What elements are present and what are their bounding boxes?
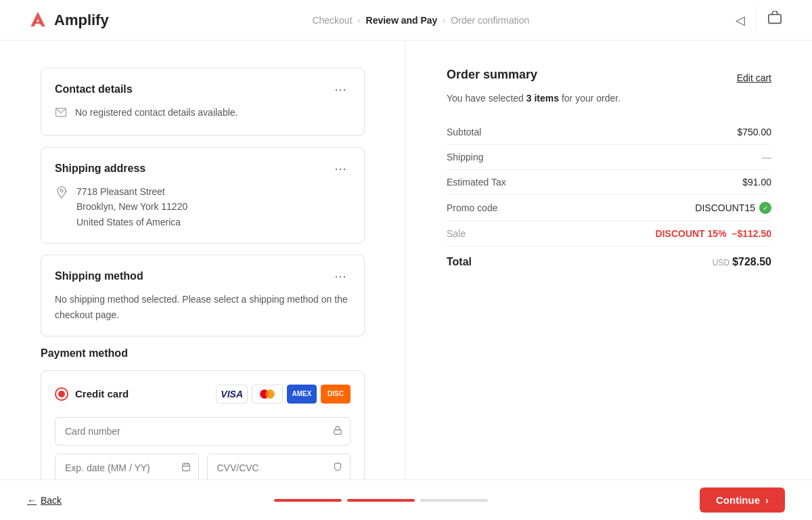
continue-arrow-icon: › xyxy=(765,494,769,506)
sale-values: DISCOUNT 15% –$112.50 xyxy=(656,228,771,239)
back-arrow-icon: ← xyxy=(27,495,37,506)
right-panel: Order summary Edit cart You have selecte… xyxy=(406,41,812,520)
visa-logo: VISA xyxy=(216,385,248,404)
shipping-address-header: Shipping address ⋯ xyxy=(55,161,351,176)
shipping-row: Shipping — xyxy=(447,145,771,170)
back-button[interactable]: ← Back xyxy=(27,495,62,506)
order-summary-title: Order summary xyxy=(447,68,537,82)
card-number-input[interactable] xyxy=(55,417,351,446)
exp-date-wrapper xyxy=(55,454,199,482)
promo-label: Promo code xyxy=(447,202,497,213)
mastercard-logo xyxy=(252,385,283,404)
sale-row: Sale DISCOUNT 15% –$112.50 xyxy=(447,221,771,246)
shield-icon xyxy=(333,462,342,473)
shipping-method-card: Shipping method ⋯ No shipping method sel… xyxy=(41,255,365,337)
credit-card-label: Credit card xyxy=(55,387,129,401)
logo-text: Amplify xyxy=(54,12,109,29)
calendar-icon xyxy=(181,462,191,473)
cvv-input[interactable] xyxy=(207,454,351,482)
exp-date-input[interactable] xyxy=(55,454,199,482)
subtitle-pre: You have selected xyxy=(447,93,526,104)
shipping-value: — xyxy=(762,152,771,162)
card-logos: VISA AMEX DISC xyxy=(216,385,351,404)
logo-icon xyxy=(27,9,49,31)
total-label: Total xyxy=(447,256,472,268)
continue-button[interactable]: Continue › xyxy=(700,488,785,513)
shipping-method-menu-btn[interactable]: ⋯ xyxy=(330,269,351,284)
sale-label: Sale xyxy=(447,228,466,239)
credit-card-text: Credit card xyxy=(75,388,129,399)
svg-rect-5 xyxy=(334,430,342,434)
progress-step-1 xyxy=(274,499,342,502)
contact-details-message: No registered contact details available. xyxy=(75,105,238,120)
main-layout: Contact details ⋯ No registered contact … xyxy=(0,41,812,520)
shipping-method-content: No shipping method selected. Please sele… xyxy=(55,292,351,322)
promo-value: DISCOUNT15 ✓ xyxy=(695,202,771,214)
subtotal-value: $750.00 xyxy=(737,127,771,137)
shipping-method-title: Shipping method xyxy=(55,270,143,282)
breadcrumb-checkout[interactable]: Checkout xyxy=(312,15,352,26)
promo-check-icon: ✓ xyxy=(759,202,771,214)
header: Amplify Checkout › Review and Pay › Orde… xyxy=(0,0,812,41)
back-label: Back xyxy=(41,495,62,506)
address-line2: Brooklyn, New York 11220 xyxy=(76,199,187,214)
shipping-address-card: Shipping address ⋯ 7718 Pleasant Street … xyxy=(41,147,365,244)
total-row: Total USD$728.50 xyxy=(447,246,771,278)
progress-bar xyxy=(274,499,488,502)
shipping-address-content: 7718 Pleasant Street Brooklyn, New York … xyxy=(55,184,351,230)
shipping-address-menu-btn[interactable]: ⋯ xyxy=(330,161,351,176)
total-value: USD$728.50 xyxy=(713,256,771,268)
shipping-label: Shipping xyxy=(447,152,484,162)
cart-icon xyxy=(767,11,782,26)
subtotal-label: Subtotal xyxy=(447,127,481,137)
tax-row: Estimated Tax $91.00 xyxy=(447,170,771,195)
svg-rect-6 xyxy=(182,464,189,471)
order-summary-subtitle: You have selected 3 items for your order… xyxy=(447,93,771,104)
header-divider xyxy=(756,7,757,34)
shipping-method-header: Shipping method ⋯ xyxy=(55,269,351,284)
mastercard-icon xyxy=(256,387,278,401)
shipping-address-title: Shipping address xyxy=(55,162,145,175)
total-amount: $728.50 xyxy=(732,256,771,267)
progress-step-3 xyxy=(420,499,488,502)
contact-details-card: Contact details ⋯ No registered contact … xyxy=(41,68,365,136)
cart-icon-btn[interactable] xyxy=(765,8,785,32)
total-currency: USD xyxy=(713,258,729,267)
contact-details-title: Contact details xyxy=(55,83,133,95)
item-count: 3 items xyxy=(526,93,559,104)
card-number-wrapper xyxy=(55,417,351,446)
location-icon xyxy=(55,186,68,202)
svg-point-2 xyxy=(60,189,63,192)
lock-icon xyxy=(333,425,342,437)
credit-card-header: Credit card VISA AMEX DISC xyxy=(55,385,351,404)
mail-icon xyxy=(55,106,67,122)
shipping-address-text: 7718 Pleasant Street Brooklyn, New York … xyxy=(76,184,187,230)
contact-details-content: No registered contact details available. xyxy=(55,105,351,122)
edit-cart-button[interactable]: Edit cart xyxy=(737,72,771,83)
breadcrumb-chevron-2: › xyxy=(443,16,445,25)
promo-code-text: DISCOUNT15 xyxy=(695,202,755,213)
shipping-method-message: No shipping method selected. Please sele… xyxy=(55,292,351,322)
contact-details-header: Contact details ⋯ xyxy=(55,82,351,97)
subtotal-row: Subtotal $750.00 xyxy=(447,120,771,145)
tax-label: Estimated Tax xyxy=(447,177,506,188)
sale-discount: DISCOUNT 15% xyxy=(656,228,727,239)
payment-method-title: Payment method xyxy=(41,347,365,360)
subtitle-post: for your order. xyxy=(559,93,621,104)
address-line3: United States of America xyxy=(76,215,187,230)
tax-value: $91.00 xyxy=(742,177,771,188)
discover-logo: DISC xyxy=(321,385,351,404)
contact-details-menu-btn[interactable]: ⋯ xyxy=(330,82,351,97)
breadcrumb: Checkout › Review and Pay › Order confir… xyxy=(312,15,529,26)
sale-amount: –$112.50 xyxy=(732,228,771,239)
continue-label: Continue xyxy=(716,494,760,506)
amex-logo: AMEX xyxy=(287,385,317,404)
logo: Amplify xyxy=(27,9,109,31)
left-panel: Contact details ⋯ No registered contact … xyxy=(0,41,406,520)
address-line1: 7718 Pleasant Street xyxy=(76,184,187,199)
breadcrumb-review-pay: Review and Pay xyxy=(366,15,438,26)
nav-back-icon-btn[interactable]: ◁ xyxy=(733,10,748,30)
header-actions: ◁ xyxy=(733,7,785,34)
credit-card-radio[interactable] xyxy=(55,387,68,401)
cvv-wrapper xyxy=(207,454,351,482)
